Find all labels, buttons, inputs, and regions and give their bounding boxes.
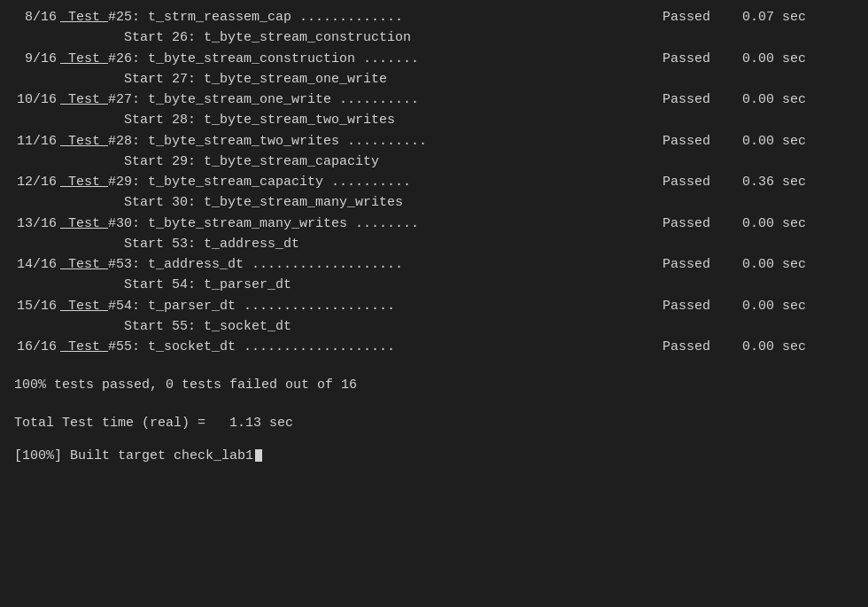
test-status: Passed <box>663 89 742 110</box>
test-start-row: Start 54: t_parser_dt <box>14 275 854 295</box>
test-duration: 0.00 sec <box>742 131 810 152</box>
test-start-label: Start 27: t_byte_stream_one_write <box>60 69 387 89</box>
test-duration: 0.00 sec <box>742 296 810 316</box>
test-start-label: Start 30: t_byte_stream_many_writes <box>60 192 403 213</box>
test-description: Test #25: t_strm_reassem_cap ...........… <box>60 7 663 27</box>
test-keyword: Test <box>60 257 108 272</box>
test-start-label: Start 29: t_byte_stream_capacity <box>60 152 379 172</box>
test-description: Test #29: t_byte_stream_capacity .......… <box>60 172 663 192</box>
test-name: t_byte_stream_many_writes ........ <box>148 216 427 231</box>
test-description: Test #53: t_address_dt .................… <box>60 254 663 275</box>
test-result-row: 16/16 Test #55: t_socket_dt ............… <box>14 337 854 357</box>
test-progress: 9/16 <box>14 49 60 69</box>
test-description: Test #54: t_parser_dt ..................… <box>60 296 663 316</box>
test-progress: 11/16 <box>14 131 60 152</box>
test-number: #26: <box>108 51 148 66</box>
test-name: t_address_dt ................... <box>148 257 411 272</box>
test-status: Passed <box>663 49 742 69</box>
test-progress: 15/16 <box>14 296 60 316</box>
test-result-row: 10/16 Test #27: t_byte_stream_one_write … <box>14 89 854 110</box>
test-start-row: Start 53: t_address_dt <box>14 234 854 254</box>
test-number: #27: <box>108 92 148 107</box>
test-description: Test #55: t_socket_dt ..................… <box>60 337 663 357</box>
summary-build-target: [100%] Built target check_lab1 <box>14 444 854 468</box>
test-start-label: Start 54: t_parser_dt <box>60 275 291 295</box>
test-progress: 14/16 <box>14 254 60 275</box>
test-result-row: 9/16 Test #26: t_byte_stream_constructio… <box>14 49 854 69</box>
test-number: #54: <box>108 299 148 314</box>
test-name: t_socket_dt ................... <box>148 339 403 354</box>
test-description: Test #30: t_byte_stream_many_writes ....… <box>60 214 663 234</box>
test-name: t_byte_stream_construction ....... <box>148 51 427 66</box>
test-number: #25: <box>108 10 148 25</box>
test-result-row: 15/16 Test #54: t_parser_dt ............… <box>14 296 854 316</box>
test-name: t_byte_stream_two_writes .......... <box>148 134 435 149</box>
test-number: #29: <box>108 175 148 190</box>
test-progress: 10/16 <box>14 89 60 110</box>
test-result-row: 12/16 Test #29: t_byte_stream_capacity .… <box>14 172 854 192</box>
test-result-row: 13/16 Test #30: t_byte_stream_many_write… <box>14 214 854 234</box>
test-status: Passed <box>663 254 742 275</box>
test-number: #30: <box>108 216 148 231</box>
test-start-row: Start 28: t_byte_stream_two_writes <box>14 110 854 130</box>
test-status: Passed <box>663 296 742 316</box>
test-start-label: Start 53: t_address_dt <box>60 234 299 254</box>
test-duration: 0.00 sec <box>742 214 810 234</box>
test-status: Passed <box>663 7 742 27</box>
summary-pass-rate: 100% tests passed, 0 tests failed out of… <box>14 373 854 397</box>
test-result-row: 11/16 Test #28: t_byte_stream_two_writes… <box>14 131 854 152</box>
test-progress: 12/16 <box>14 172 60 192</box>
test-duration: 0.00 sec <box>742 254 810 275</box>
test-start-row: Start 27: t_byte_stream_one_write <box>14 69 854 89</box>
test-progress: 16/16 <box>14 337 60 357</box>
test-keyword: Test <box>60 92 108 107</box>
test-number: #53: <box>108 257 148 272</box>
test-status: Passed <box>663 337 742 357</box>
test-start-label: Start 28: t_byte_stream_two_writes <box>60 110 395 130</box>
test-name: t_strm_reassem_cap ............. <box>148 10 411 25</box>
test-start-row: Start 26: t_byte_stream_construction <box>14 27 854 48</box>
test-description: Test #27: t_byte_stream_one_write ......… <box>60 89 663 110</box>
test-result-row: 14/16 Test #53: t_address_dt ...........… <box>14 254 854 275</box>
test-keyword: Test <box>60 175 108 190</box>
terminal-cursor <box>255 449 262 462</box>
test-description: Test #26: t_byte_stream_construction ...… <box>60 49 663 69</box>
test-status: Passed <box>663 214 742 234</box>
test-keyword: Test <box>60 10 108 25</box>
test-name: t_byte_stream_one_write .......... <box>148 92 427 107</box>
terminal-output: 8/16 Test #25: t_strm_reassem_cap ......… <box>14 7 854 468</box>
test-keyword: Test <box>60 216 108 231</box>
test-status: Passed <box>663 172 742 192</box>
test-number: #28: <box>108 134 148 149</box>
test-progress: 13/16 <box>14 214 60 234</box>
test-start-row: Start 30: t_byte_stream_many_writes <box>14 192 854 213</box>
test-keyword: Test <box>60 51 108 66</box>
test-keyword: Test <box>60 299 108 314</box>
test-keyword: Test <box>60 339 108 354</box>
test-name: t_parser_dt ................... <box>148 299 403 314</box>
test-start-label: Start 55: t_socket_dt <box>60 316 291 337</box>
test-number: #55: <box>108 339 148 354</box>
test-keyword: Test <box>60 134 108 149</box>
test-start-row: Start 29: t_byte_stream_capacity <box>14 152 854 172</box>
test-progress: 8/16 <box>14 7 60 27</box>
test-duration: 0.00 sec <box>742 89 810 110</box>
test-name: t_byte_stream_capacity .......... <box>148 175 419 190</box>
test-duration: 0.00 sec <box>742 49 810 69</box>
summary-total-time: Total Test time (real) = 1.13 sec <box>14 411 854 435</box>
test-duration: 0.36 sec <box>742 172 810 192</box>
test-start-label: Start 26: t_byte_stream_construction <box>60 27 411 48</box>
test-start-row: Start 55: t_socket_dt <box>14 316 854 337</box>
test-duration: 0.00 sec <box>742 337 810 357</box>
test-result-row: 8/16 Test #25: t_strm_reassem_cap ......… <box>14 7 854 27</box>
test-duration: 0.07 sec <box>742 7 810 27</box>
test-description: Test #28: t_byte_stream_two_writes .....… <box>60 131 663 152</box>
test-status: Passed <box>663 131 742 152</box>
